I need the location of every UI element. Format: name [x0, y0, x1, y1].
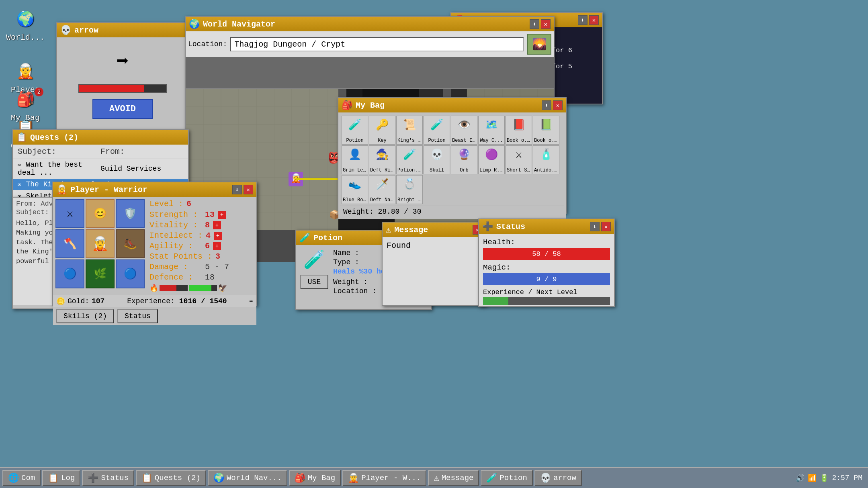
world-nav-close-btn[interactable]: ✕ [541, 19, 551, 29]
taskbar-log-label: Log [61, 474, 75, 482]
status-minimize-btn[interactable]: ⬇ [590, 222, 600, 231]
taskbar-item-message[interactable]: ⚠️ Message [428, 470, 479, 486]
potion-weight-label: Weight : [333, 278, 368, 286]
arrow-content: ➡️ AVOID [57, 37, 188, 127]
strength-plus-btn[interactable]: + [218, 211, 226, 219]
quest-row-0[interactable]: ✉️ Want the best deal ... Guild Services [13, 159, 188, 179]
vitality-plus-btn[interactable]: + [213, 221, 221, 229]
bag-slot-16[interactable]: 👟Blue Bo... [342, 175, 368, 204]
potion-title-icon: 🧪 [299, 233, 310, 243]
taskbar-item-player[interactable]: 🧝 Player - W... [342, 470, 426, 486]
player-close-btn[interactable]: ✕ [244, 185, 253, 194]
message-title-icon: ⚠️ [386, 225, 391, 235]
exp-next-label: Experience / Next Level [483, 288, 610, 296]
nav-location-label: Location: [188, 40, 227, 48]
equip-slot-2[interactable]: 🛡️ [116, 199, 145, 228]
potion-title: Potion [313, 233, 342, 243]
taskbar-item-arrow[interactable]: 💀 arrow [534, 470, 582, 486]
bag-slot-0[interactable]: 🧪Potion [342, 116, 368, 145]
player-window: 🧝 Player - Warrior ⬇ ✕ ⚔️ 😊 🛡️ 🪓 🧝 🥾 🔵 🌿… [52, 182, 257, 306]
bag-slot-17[interactable]: 🗡️Deft Na... [369, 175, 395, 204]
world-navigator-titlebar: 🌍 World Navigator ⬇ ✕ [186, 17, 554, 31]
wings-icon: 🦅 [218, 284, 227, 292]
taskbar-item-potion[interactable]: 🧪 Potion [481, 470, 532, 486]
bag-slot-13[interactable]: 🟣Limp R... [478, 145, 505, 174]
player-title-icon: 🧝 [56, 184, 67, 195]
damage-row: Damage : 5 - 7 [149, 262, 254, 272]
world-icon-label: World... [6, 33, 45, 42]
equip-slot-7[interactable]: 🌿 [86, 259, 115, 288]
exp-bar-bg [483, 297, 610, 305]
bag-slot-3[interactable]: 🧪Potion [424, 116, 450, 145]
taskbar-player-label: Player - W... [361, 474, 421, 482]
bag-slot-12[interactable]: 🔮Orb [451, 145, 477, 174]
taskbar-item-mybag[interactable]: 🎒 My Bag [289, 470, 341, 486]
bag-slot-9[interactable]: 🧙Deft Ri... [369, 145, 395, 174]
bag-slot-10[interactable]: 🧪Potion... [396, 145, 423, 174]
exp-label: Experience: [127, 297, 175, 305]
nav-map-thumb: 🌄 [527, 34, 551, 55]
mybag-titlebar: 🎒 My Bag ⬇ ✕ [338, 98, 566, 112]
arrow-hp-bar [79, 85, 144, 92]
taskbar: 🌐 Com 📋 Log ➕ Status 📋 Quests (2) 🌍 Worl… [0, 467, 868, 488]
bag-slot-14[interactable]: ⚔️Short S... [506, 145, 532, 174]
quests-tb-icon: 📋 [141, 473, 152, 484]
bag-slot-6[interactable]: 📕Book o... [506, 116, 532, 145]
equip-slot-portrait: 🧝 [86, 229, 115, 258]
mybag-close-btn[interactable]: ✕ [553, 100, 563, 110]
quests-title: Quests (2) [30, 133, 78, 142]
bag-slot-18[interactable]: 💍Bright R... [396, 175, 423, 204]
mybag-window: 🎒 My Bag ⬇ ✕ 🧪Potion 🔑Key 📜King's ... 🧪P… [338, 97, 567, 214]
equip-slot-6[interactable]: 🔵 [55, 259, 84, 288]
taskbar-item-worldnav[interactable]: 🌍 World Nav... [208, 470, 287, 486]
exp-area: Experience: 1016 / 1540 [127, 297, 227, 305]
equip-slot-5[interactable]: 🥾 [116, 229, 145, 258]
equip-slot-3[interactable]: 🪓 [55, 229, 84, 258]
equip-slot-face[interactable]: 😊 [86, 199, 115, 228]
status-button[interactable]: Status [117, 309, 158, 323]
log-minimize-btn[interactable]: ⬇ [578, 15, 588, 25]
bag-slot-5[interactable]: 🗺️Way C... [478, 116, 505, 145]
magic-bar-fill: 9 / 9 [483, 273, 610, 285]
bag-slot-15[interactable]: 🧴Antido... [533, 145, 559, 174]
player-bars: 🔥 🦅 [149, 284, 254, 292]
bag-slot-2[interactable]: 📜King's ... [396, 116, 423, 145]
potion-tb-icon: 🧪 [486, 473, 497, 484]
player-mp-bar [189, 285, 211, 291]
bag-slot-4[interactable]: 👁️Beast E... [451, 116, 477, 145]
equip-slot-8[interactable]: 🔵 [116, 259, 145, 288]
bag-slot-7[interactable]: 📗Book o... [533, 116, 559, 145]
nav-location-input[interactable] [230, 37, 524, 51]
player-minimize-btn[interactable]: ⬇ [232, 185, 242, 194]
bag-slot-11[interactable]: 💀Skull [424, 145, 450, 174]
status-window: ➕ Status ⬇ ✕ Health: 58 / 58 Magic: 9 / … [478, 218, 615, 307]
bag-slot-1[interactable]: 🔑Key [369, 116, 395, 145]
taskbar-item-log[interactable]: 📋 Log [42, 470, 80, 486]
exp-bar-fill [483, 297, 508, 305]
statpoints-row: Stat Points : 3 [149, 252, 254, 261]
taskbar-worldnav-label: World Nav... [227, 474, 282, 482]
equip-slot-0[interactable]: ⚔️ [55, 199, 84, 228]
status-title-icon: ➕ [482, 221, 493, 232]
log-close-btn[interactable]: ✕ [589, 15, 599, 25]
world-nav-title: World Navigator [203, 20, 275, 29]
gold-value: 107 [92, 297, 104, 305]
taskbar-time: 2:57 PM [832, 474, 862, 482]
world-nav-minimize-btn[interactable]: ⬇ [530, 19, 539, 29]
mybag-minimize-btn[interactable]: ⬇ [542, 100, 551, 110]
taskbar-item-quests[interactable]: 📋 Quests (2) [136, 470, 206, 486]
taskbar-item-status[interactable]: ➕ Status [82, 470, 134, 486]
agility-plus-btn[interactable]: + [213, 242, 221, 250]
skills-button[interactable]: Skills (2) [56, 309, 114, 323]
avoid-button[interactable]: AVOID [92, 99, 153, 119]
bag-slot-8[interactable]: 👤Grim Le... [342, 145, 368, 174]
taskbar-arrow-label: arrow [553, 474, 576, 482]
health-bar-bg: 58 / 58 [483, 248, 610, 260]
taskbar-item-com[interactable]: 🌐 Com [2, 470, 41, 486]
message-titlebar: ⚠️ Message ✕ [383, 223, 485, 237]
status-close-btn[interactable]: ✕ [601, 222, 611, 231]
desktop-icon-world[interactable]: 🌍 World... [7, 7, 43, 42]
use-button[interactable]: USE [300, 275, 328, 289]
player-buttons: Skills (2) Status [53, 307, 256, 325]
intellect-plus-btn[interactable]: + [214, 232, 222, 240]
